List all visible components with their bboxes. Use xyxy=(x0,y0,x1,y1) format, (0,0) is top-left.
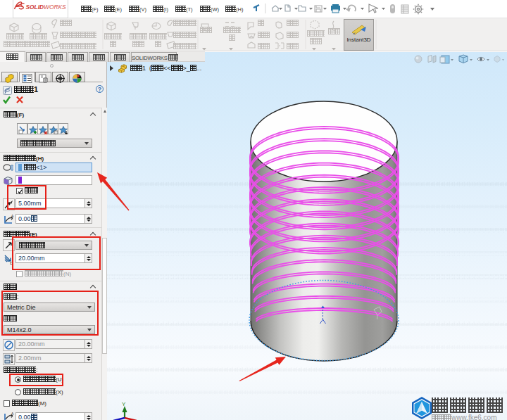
svg-text:A: A xyxy=(11,412,14,416)
svg-text:A: A xyxy=(11,215,14,218)
svg-text:WORKS: WORKS xyxy=(44,4,66,11)
svg-text:SOLID: SOLID xyxy=(26,4,44,11)
svg-text:Y: Y xyxy=(122,401,126,407)
